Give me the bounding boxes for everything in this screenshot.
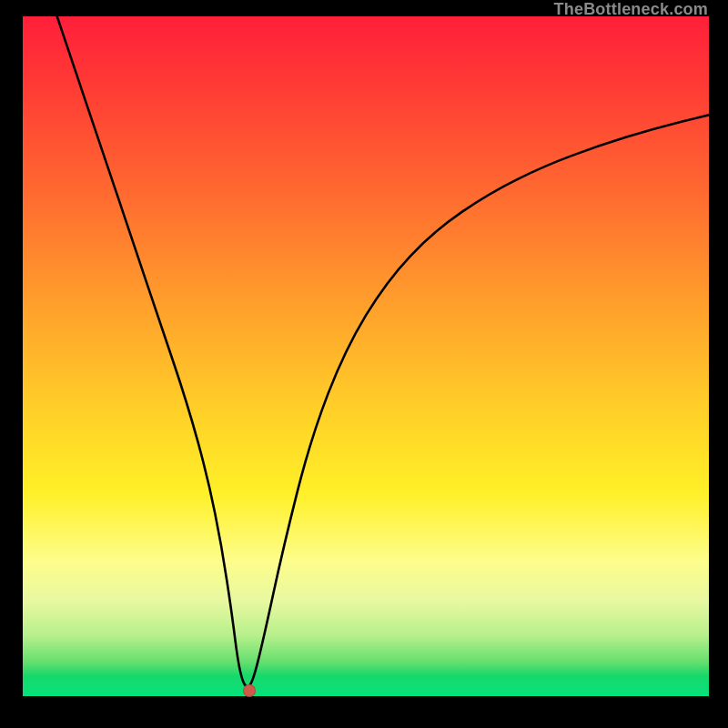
plot-area (23, 16, 709, 696)
chart-frame: TheBottleneck.com (0, 0, 728, 728)
curve-svg (23, 16, 709, 696)
bottleneck-curve (57, 16, 709, 687)
min-marker (243, 684, 256, 697)
